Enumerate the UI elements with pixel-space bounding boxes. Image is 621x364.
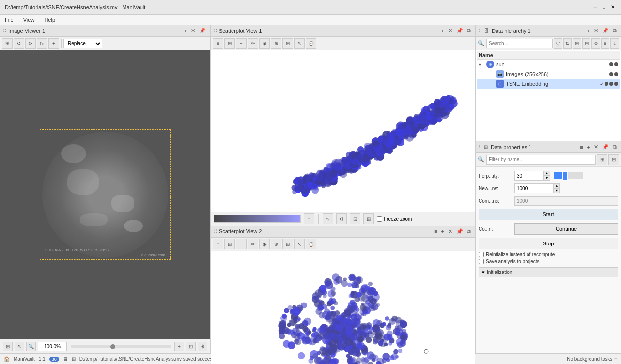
zoom-thumb[interactable] [110,344,115,349]
dp-float-btn[interactable]: ⧉ [611,143,618,151]
sp1-foot-select[interactable]: ↖ [323,213,333,224]
dp-initialization-section[interactable]: ▾ Initialization [479,267,618,277]
dh-add-btn[interactable]: + [586,28,591,34]
dp-perplexity-input[interactable]: 30 [514,171,543,181]
sp1-tb-eye[interactable]: ⌚ [306,38,316,49]
sp2-tb-eye[interactable]: ⌚ [306,239,316,249]
dh-expand-sun[interactable]: ▾ [479,62,484,67]
maximize-button[interactable]: □ [601,4,607,11]
sp1-tb-pen[interactable]: ✏ [248,38,258,49]
sp2-float-btn[interactable]: ⧉ [466,228,472,235]
iv-zoom-fit-btn[interactable]: ⊡ [186,342,196,351]
sp1-tb-lasso[interactable]: ◉ [259,38,270,49]
image-viewer-tab-btn[interactable]: ≡ [175,28,181,34]
iv-btn-grid[interactable]: ⊞ [2,38,13,49]
dp-filter-input[interactable] [486,155,596,165]
dp-perplexity-up[interactable]: ▴ [543,171,550,176]
sp1-freeze-zoom-checkbox[interactable] [377,216,382,222]
dh-close-btn[interactable]: ✕ [592,27,600,34]
dp-add-btn[interactable]: + [586,144,591,151]
stop-button[interactable]: Stop [479,238,618,249]
sp2-tb-pen[interactable]: ✏ [248,239,258,249]
iv-foot-btn2[interactable]: ↖ [15,342,24,351]
dp-iterations-input[interactable]: 1000 [514,183,553,193]
sp1-tb-arrow[interactable]: ↖ [294,38,305,49]
dh-menu-btn[interactable]: ≡ [578,28,584,34]
sp2-tb-plus[interactable]: ⊕ [271,239,281,249]
iv-btn-rotate-ccw[interactable]: ⟳ [25,38,36,49]
iv-btn-play[interactable]: ▷ [37,38,47,49]
iv-zoom-in-btn[interactable]: + [174,342,184,351]
sp1-menu-btn[interactable]: ≡ [433,28,438,34]
dp-iterations-up[interactable]: ▴ [553,183,560,188]
dp-menu-btn[interactable]: ≡ [578,144,584,151]
sp2-tb-lasso[interactable]: ◉ [259,239,270,249]
dh-search-input[interactable] [486,39,553,48]
dp-perplexity-thumb[interactable] [562,171,568,181]
close-button[interactable]: ✕ [609,4,616,11]
dh-list-btn[interactable]: ≡ [601,38,610,49]
dh-cog-btn[interactable]: ⚙ [591,38,600,49]
sp1-pin-btn[interactable]: 📌 [455,27,465,34]
menu-file[interactable]: File [3,16,16,24]
dp-save-analysis-checkbox[interactable] [479,259,484,264]
dp-close-btn[interactable]: ✕ [592,143,600,151]
iv-settings-btn[interactable]: ⚙ [198,342,207,351]
dp-expand-btn[interactable]: ⊞ [597,154,607,165]
dh-name-sun: sun [496,61,607,67]
continue-button[interactable]: Continue [514,223,618,235]
sp1-tb-image[interactable]: ⊞ [224,38,235,49]
dp-iterations-down[interactable]: ▾ [553,188,560,193]
iv-foot-btn1[interactable]: ⊞ [3,342,13,351]
dh-sort-btn[interactable]: ⇅ [563,38,572,49]
sp1-foot-settings[interactable]: ≡ [304,213,314,224]
iv-btn-add[interactable]: + [48,38,59,49]
sp2-tb-grid2[interactable]: ⊞ [282,239,293,249]
dp-perplexity-down[interactable]: ▾ [543,176,550,181]
iv-zoom-out-btn[interactable]: 🔍 [26,342,36,351]
sp2-tb-arrow[interactable]: ↖ [294,239,305,249]
image-viewer-pin-btn[interactable]: 📌 [198,27,207,34]
sp1-add-btn[interactable]: + [440,28,446,34]
start-button[interactable]: Start [479,209,618,220]
sp1-tb-line[interactable]: ⌐ [236,38,247,49]
sp1-close-btn[interactable]: ✕ [447,27,454,34]
minimize-button[interactable]: ─ [592,4,599,11]
sp1-foot-expand[interactable]: ⊞ [363,213,374,224]
sp1-foot-box[interactable]: ⊡ [350,213,360,224]
sp2-tb-select[interactable]: ≡ [213,239,223,249]
menu-view[interactable]: View [21,16,37,24]
zoom-input[interactable]: 100,0% [38,342,67,351]
sp2-tb-image[interactable]: ⊞ [224,239,235,249]
dh-row-images[interactable]: 📷 Images (256x256) [477,69,620,79]
iv-btn-rotate-cw[interactable]: ↺ [14,38,24,49]
sp1-tb-select[interactable]: ≡ [213,38,223,49]
dh-row-tsne[interactable]: ⊞ TSNE Embedding ✓ [477,79,620,89]
sp1-freeze-zoom-cb[interactable]: Freeze zoom [377,216,412,222]
sp2-add-btn[interactable]: + [440,228,446,235]
dp-reinitialize-checkbox[interactable] [479,252,484,257]
dp-pin-btn[interactable]: 📌 [601,143,610,151]
iv-replace-select[interactable]: Replace [63,39,102,48]
dh-pin-btn[interactable]: 📌 [601,27,610,34]
zoom-bar[interactable] [71,345,171,348]
dp-perplexity-slider[interactable] [554,172,583,179]
sp1-tb-grid2[interactable]: ⊞ [282,38,293,49]
dh-float-btn[interactable]: ⧉ [611,27,618,34]
dh-collapse-btn[interactable]: ⊟ [582,38,591,49]
image-viewer-add-btn[interactable]: + [183,28,188,34]
sp2-menu-btn[interactable]: ≡ [433,228,438,235]
image-viewer-close-btn[interactable]: ✕ [189,27,197,34]
sp1-tb-plus[interactable]: ⊕ [271,38,281,49]
sp2-tb-line[interactable]: ⌐ [236,239,247,249]
sp1-float-btn[interactable]: ⧉ [466,27,472,34]
sp1-foot-cog[interactable]: ⚙ [336,213,347,224]
dp-collapse-btn[interactable]: ⊟ [608,154,619,165]
dh-expand-all-btn[interactable]: ⊞ [573,38,581,49]
dh-filter-btn[interactable]: ▽ [554,38,562,49]
dh-export-btn[interactable]: ⤓ [610,38,619,49]
dh-row-sun[interactable]: ▾ ⊙ sun [477,60,620,69]
sp2-close-btn[interactable]: ✕ [447,228,454,235]
sp2-pin-btn[interactable]: 📌 [455,228,465,235]
menu-help[interactable]: Help [42,16,57,24]
